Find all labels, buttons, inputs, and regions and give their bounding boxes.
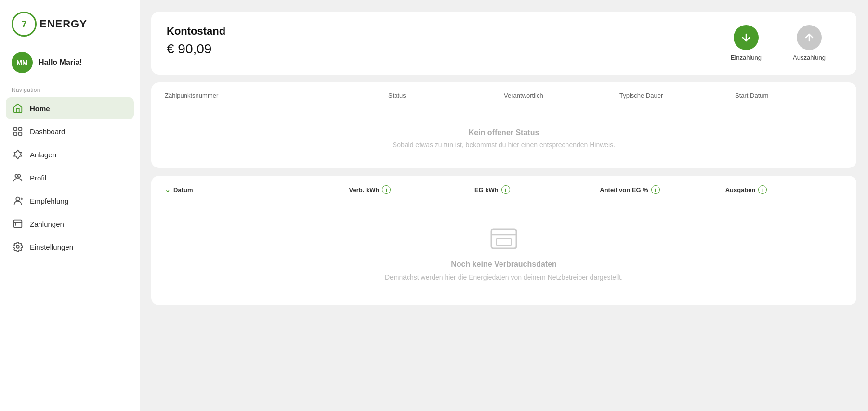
auszahlung-label: Auszahlung — [793, 54, 826, 61]
balance-info: Kontostand € 90,09 — [167, 25, 225, 57]
energy-col-ausgaben: Ausgaben i — [725, 185, 843, 194]
sidebar-item-dashboard[interactable]: Dashboard — [6, 120, 134, 142]
svg-point-6 — [16, 197, 19, 201]
status-card: Zählpunktsnummer Status Verantwortlich T… — [151, 82, 856, 168]
svg-point-5 — [18, 175, 21, 178]
sidebar-item-empfehlung-label: Empfehlung — [30, 197, 68, 205]
status-col-status: Status — [388, 92, 496, 99]
auszahlung-button[interactable]: Auszahlung — [777, 25, 841, 61]
sidebar-item-anlagen-label: Anlagen — [30, 151, 56, 159]
einzahlung-label: Einzahlung — [731, 54, 762, 61]
balance-card: Kontostand € 90,09 Einzahlung — [151, 12, 856, 75]
energy-col-eg: EG kWh i — [474, 185, 592, 194]
einstellungen-icon — [13, 242, 23, 252]
verb-info-icon[interactable]: i — [382, 185, 391, 194]
home-icon — [13, 103, 23, 114]
balance-title: Kontostand — [167, 25, 225, 38]
einzahlung-button[interactable]: Einzahlung — [715, 25, 777, 61]
status-empty-subtitle: Sobald etwas zu tun ist, bekommst du hie… — [393, 141, 615, 149]
no-data-subtitle: Demnächst werden hier die Energiedaten v… — [385, 273, 623, 281]
user-greeting: MM Hallo Maria! — [0, 52, 140, 87]
ausgaben-info-icon[interactable]: i — [758, 185, 767, 194]
logo-area: 7 ENERGY — [0, 12, 140, 52]
energy-no-data-state: Noch keine Verbrauchsdaten Demnächst wer… — [151, 204, 856, 305]
status-col-zahlpunkt: Zählpunktsnummer — [165, 92, 381, 99]
logo-circle: 7 — [12, 12, 37, 37]
balance-amount: € 90,09 — [167, 41, 225, 57]
empfehlung-icon — [13, 195, 23, 206]
energy-table-header: ⌄ Datum Verb. kWh i EG kWh i Anteil von … — [151, 176, 856, 204]
svg-rect-9 — [14, 220, 22, 228]
sidebar-item-anlagen[interactable]: Anlagen — [6, 143, 134, 166]
sidebar-item-home-label: Home — [30, 104, 50, 113]
energy-card: ⌄ Datum Verb. kWh i EG kWh i Anteil von … — [151, 176, 856, 305]
sidebar-item-home[interactable]: Home — [6, 97, 134, 119]
logo: 7 ENERGY — [12, 12, 128, 37]
sidebar: 7 ENERGY MM Hallo Maria! Navigation Home — [0, 0, 140, 411]
sidebar-item-einstellungen-label: Einstellungen — [30, 243, 73, 251]
svg-rect-2 — [14, 132, 17, 135]
svg-rect-3 — [19, 132, 22, 135]
no-data-icon — [489, 228, 518, 253]
profil-icon — [13, 172, 23, 183]
anlagen-icon — [13, 149, 23, 160]
einzahlung-circle — [734, 25, 759, 50]
svg-point-12 — [16, 245, 19, 248]
sidebar-item-dashboard-label: Dashboard — [30, 128, 65, 136]
sidebar-item-zahlungen-label: Zahlungen — [30, 220, 64, 228]
svg-rect-17 — [496, 239, 512, 245]
greeting-text: Hallo Maria! — [39, 58, 82, 67]
sidebar-item-profil-label: Profil — [30, 174, 46, 182]
no-data-title: Noch keine Verbrauchsdaten — [451, 260, 557, 269]
balance-actions: Einzahlung Auszahlung — [715, 25, 841, 61]
eg-info-icon[interactable]: i — [501, 185, 510, 194]
status-col-datum: Start Datum — [735, 92, 843, 99]
main-content: Kontostand € 90,09 Einzahlung — [140, 0, 868, 411]
status-col-verantwortlich: Verantwortlich — [504, 92, 612, 99]
nav-items: Home Dashboard Anlagen — [0, 97, 140, 258]
nav-label: Navigation — [0, 87, 140, 97]
energy-col-anteil: Anteil von EG % i — [600, 185, 717, 194]
auszahlung-circle — [797, 25, 822, 50]
status-col-dauer: Typische Dauer — [619, 92, 727, 99]
status-empty-title: Kein offener Status — [469, 128, 539, 137]
energy-col-verb: Verb. kWh i — [349, 185, 467, 194]
status-empty-state: Kein offener Status Sobald etwas zu tun … — [151, 109, 856, 168]
zahlungen-icon — [13, 218, 23, 229]
energy-col-datum: ⌄ Datum — [165, 186, 342, 193]
avatar: MM — [12, 52, 33, 73]
chevron-down-icon: ⌄ — [165, 186, 171, 193]
anteil-info-icon[interactable]: i — [651, 185, 660, 194]
logo-text: ENERGY — [39, 18, 87, 30]
svg-rect-0 — [14, 128, 17, 130]
sidebar-item-empfehlung[interactable]: Empfehlung — [6, 190, 134, 212]
svg-rect-1 — [19, 128, 22, 130]
sidebar-item-einstellungen[interactable]: Einstellungen — [6, 236, 134, 258]
sidebar-item-zahlungen[interactable]: Zahlungen — [6, 213, 134, 235]
sidebar-item-profil[interactable]: Profil — [6, 167, 134, 189]
logo-number: 7 — [21, 19, 26, 30]
status-table-header: Zählpunktsnummer Status Verantwortlich T… — [151, 82, 856, 109]
dashboard-icon — [13, 126, 23, 137]
